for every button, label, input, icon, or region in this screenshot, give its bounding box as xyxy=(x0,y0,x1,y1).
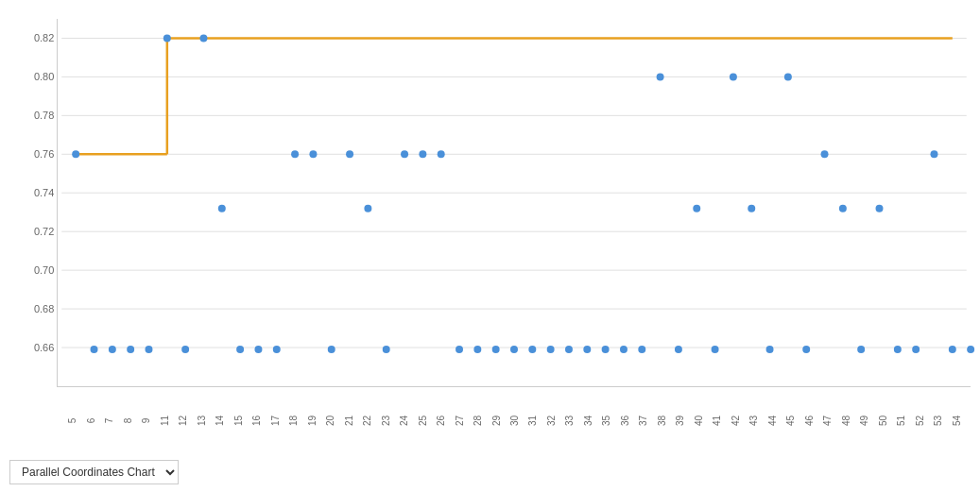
x-label: 7 xyxy=(104,418,114,424)
data-point xyxy=(528,346,536,353)
chart-type-dropdown[interactable]: Parallel Coordinates ChartScatter Chart xyxy=(9,460,179,484)
x-label: 12 xyxy=(178,416,188,426)
svg-text:0.74: 0.74 xyxy=(34,187,54,198)
data-point xyxy=(492,346,500,353)
data-point xyxy=(510,346,518,353)
bottom-bar: Parallel Coordinates ChartScatter Chart xyxy=(0,452,188,492)
x-label: 36 xyxy=(619,416,629,426)
data-point xyxy=(912,346,920,353)
data-point xyxy=(456,346,463,353)
x-label: 39 xyxy=(675,416,685,426)
data-point xyxy=(930,150,937,158)
data-point xyxy=(346,150,353,158)
data-point xyxy=(675,346,682,353)
x-label: 37 xyxy=(638,416,648,426)
x-label: 41 xyxy=(712,416,722,426)
svg-text:0.70: 0.70 xyxy=(34,264,54,276)
x-label: 13 xyxy=(196,416,206,426)
x-label: 49 xyxy=(859,416,869,426)
data-point xyxy=(438,150,445,158)
data-point xyxy=(254,346,262,353)
x-label: 11 xyxy=(159,416,169,426)
data-point xyxy=(657,73,664,80)
x-label: 29 xyxy=(490,416,501,426)
x-label: 35 xyxy=(601,416,611,426)
data-point xyxy=(181,346,189,353)
x-label: 32 xyxy=(545,416,556,426)
data-point xyxy=(547,346,555,353)
x-label: 47 xyxy=(822,416,833,426)
x-label: 9 xyxy=(141,418,151,424)
data-point xyxy=(309,150,317,158)
x-label: 52 xyxy=(914,416,924,426)
data-point xyxy=(199,34,207,42)
x-label: 54 xyxy=(951,416,961,426)
chart-svg: 0.660.680.700.720.740.760.780.800.82 xyxy=(58,19,971,386)
x-label: 50 xyxy=(877,416,887,426)
x-label: 28 xyxy=(473,416,483,426)
data-point xyxy=(163,34,171,42)
x-label: 30 xyxy=(509,416,520,426)
data-point xyxy=(291,150,299,158)
x-label: 33 xyxy=(564,416,575,426)
data-point xyxy=(857,346,865,353)
data-point xyxy=(712,346,719,353)
x-label: 8 xyxy=(122,418,132,424)
data-point xyxy=(91,346,98,353)
chart-area: 0.660.680.700.720.740.760.780.800.82 567… xyxy=(57,19,971,387)
svg-text:0.76: 0.76 xyxy=(34,148,54,160)
data-point xyxy=(72,150,79,158)
x-label: 43 xyxy=(748,416,759,426)
data-point xyxy=(565,346,573,353)
data-point xyxy=(839,205,847,212)
x-label: 6 xyxy=(85,418,95,424)
x-label: 18 xyxy=(288,416,299,426)
data-point xyxy=(146,346,153,353)
x-label: 23 xyxy=(380,416,390,426)
x-label: 51 xyxy=(896,416,906,426)
x-label: 45 xyxy=(785,416,796,426)
x-label: 22 xyxy=(362,416,372,426)
x-label: 31 xyxy=(527,416,538,426)
data-point xyxy=(109,346,116,353)
svg-text:0.78: 0.78 xyxy=(34,110,54,121)
data-point xyxy=(127,346,134,353)
data-point xyxy=(638,346,645,353)
x-label: 44 xyxy=(766,416,777,426)
x-label: 24 xyxy=(399,416,409,426)
x-label: 25 xyxy=(417,416,427,426)
chart-container: 0.660.680.700.720.740.760.780.800.82 567… xyxy=(0,0,980,492)
data-point xyxy=(784,73,792,80)
data-point xyxy=(218,205,226,212)
data-point xyxy=(364,205,371,212)
svg-text:0.66: 0.66 xyxy=(34,342,54,353)
svg-text:0.82: 0.82 xyxy=(34,32,54,43)
x-labels: 5678911121314151617181920212223242526272… xyxy=(58,386,971,415)
x-label: 14 xyxy=(215,416,225,426)
x-label: 15 xyxy=(232,416,243,426)
x-label: 48 xyxy=(840,416,851,426)
x-label: 42 xyxy=(730,416,740,426)
x-label: 5 xyxy=(67,418,77,424)
data-point xyxy=(401,150,408,158)
data-point xyxy=(730,73,737,80)
data-point xyxy=(894,346,902,353)
data-point xyxy=(748,205,755,212)
data-point xyxy=(693,205,700,212)
x-label: 26 xyxy=(436,416,446,426)
x-label: 21 xyxy=(343,416,353,426)
data-point xyxy=(419,150,426,158)
svg-text:0.68: 0.68 xyxy=(34,303,54,314)
x-label: 38 xyxy=(656,416,666,426)
data-point xyxy=(876,205,884,212)
data-point xyxy=(967,346,974,353)
svg-text:0.72: 0.72 xyxy=(34,226,54,237)
x-label: 27 xyxy=(454,416,464,426)
data-point xyxy=(236,346,244,353)
x-label: 34 xyxy=(582,416,593,426)
x-label: 17 xyxy=(269,416,280,426)
data-point xyxy=(766,346,774,353)
data-point xyxy=(802,346,810,353)
x-label: 40 xyxy=(693,416,703,426)
data-point xyxy=(473,346,481,353)
